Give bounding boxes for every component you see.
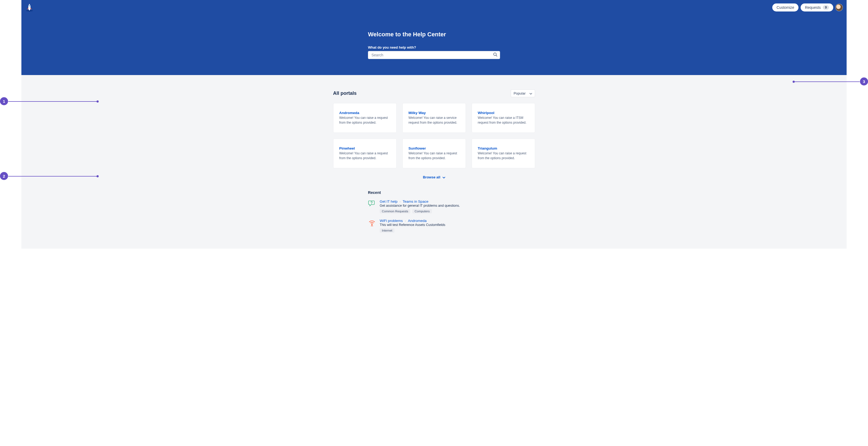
portal-desc: Welcome! You can raise a request from th… xyxy=(339,151,391,161)
recent-desc: Get assistance for general IT problems a… xyxy=(380,204,500,207)
recent-title-line: WiFi problems · Andromeda xyxy=(380,219,500,223)
recent-body: Get IT help · Teams in Space Get assista… xyxy=(380,200,500,213)
hero: Welcome to the Help Center What do you n… xyxy=(368,31,500,59)
annotation-callout-3: 3 xyxy=(860,77,868,85)
chevron-down-icon xyxy=(529,91,532,95)
svg-line-8 xyxy=(372,226,373,226)
browse-all-label: Browse all xyxy=(423,175,440,179)
chat-question-icon xyxy=(368,200,376,208)
search-label: What do you need help with? xyxy=(368,45,500,49)
browse-all-link[interactable]: Browse all xyxy=(333,175,535,179)
portal-desc: Welcome! You can raise a request from th… xyxy=(409,151,460,161)
portal-title: Whirlpool xyxy=(478,111,529,115)
recent-item[interactable]: WiFi problems · Andromeda This will test… xyxy=(368,219,500,233)
portals-grid: Andromeda Welcome! You can raise a reque… xyxy=(333,103,535,168)
portal-title: Milky Way xyxy=(409,111,460,115)
recent-tags: Common Requests Computers xyxy=(380,209,500,213)
recent-section: Recent Get IT help · Teams in Space xyxy=(368,191,500,233)
annotation-line-2 xyxy=(8,176,98,176)
recent-portal-link[interactable]: Andromeda xyxy=(408,219,427,223)
recent-body: WiFi problems · Andromeda This will test… xyxy=(380,219,500,233)
separator: · xyxy=(405,219,406,223)
recent-heading: Recent xyxy=(368,191,500,195)
avatar[interactable] xyxy=(835,4,843,11)
portal-title: Andromeda xyxy=(339,111,391,115)
page-title: Welcome to the Help Center xyxy=(368,31,500,38)
portal-desc: Welcome! You can raise a request from th… xyxy=(339,115,391,125)
svg-line-3 xyxy=(496,55,497,56)
recent-desc: This will test Reference Assets Customfi… xyxy=(380,223,500,227)
annotation-line-1 xyxy=(8,101,98,102)
svg-point-4 xyxy=(371,204,372,204)
requests-button[interactable]: Requests 9 xyxy=(801,3,833,11)
header-actions: Customize Requests 9 xyxy=(772,3,843,11)
portals-header: All portals Popular xyxy=(333,90,535,97)
svg-point-1 xyxy=(29,5,30,6)
recent-tag[interactable]: Common Requests xyxy=(380,209,410,213)
separator: · xyxy=(400,200,401,204)
header-banner: Customize Requests 9 Welcome to the Help… xyxy=(21,0,847,75)
portal-card-sunflower[interactable]: Sunflower Welcome! You can raise a reque… xyxy=(402,139,466,168)
recent-link[interactable]: WiFi problems xyxy=(380,219,403,223)
svg-line-7 xyxy=(371,226,372,226)
recent-link[interactable]: Get IT help xyxy=(380,200,398,204)
requests-label: Requests xyxy=(805,5,821,10)
requests-count-badge: 9 xyxy=(823,5,829,10)
portal-desc: Welcome! You can raise a service request… xyxy=(409,115,460,125)
annotation-callout-2: 2 xyxy=(0,172,8,180)
annotation-line-3 xyxy=(794,81,860,82)
search-input[interactable] xyxy=(368,51,500,59)
portal-card-pinwheel[interactable]: Pinwheel Welcome! You can raise a reques… xyxy=(333,139,397,168)
portal-desc: Welcome! You can raise a ITSM request fr… xyxy=(478,115,529,125)
portals-heading: All portals xyxy=(333,91,357,96)
recent-portal-link[interactable]: Teams in Space xyxy=(403,200,428,204)
wifi-icon xyxy=(368,219,376,227)
logo-icon xyxy=(25,3,34,12)
chevron-down-icon xyxy=(442,175,445,179)
app-container: Customize Requests 9 Welcome to the Help… xyxy=(21,0,847,249)
recent-tag[interactable]: Computers xyxy=(412,209,432,213)
header-top: Customize Requests 9 xyxy=(25,3,843,12)
recent-tags: Internet xyxy=(380,228,500,233)
portal-card-triangulum[interactable]: Triangulum Welcome! You can raise a requ… xyxy=(472,139,535,168)
customize-label: Customize xyxy=(777,5,794,10)
content: All portals Popular Andromeda Welcome! Y… xyxy=(333,75,535,249)
portal-card-milky-way[interactable]: Milky Way Welcome! You can raise a servi… xyxy=(402,103,466,133)
recent-title-line: Get IT help · Teams in Space xyxy=(380,200,500,204)
annotation-callout-1: 1 xyxy=(0,97,8,105)
recent-tag[interactable]: Internet xyxy=(380,228,395,233)
portal-desc: Welcome! You can raise a request from th… xyxy=(478,151,529,161)
recent-item[interactable]: Get IT help · Teams in Space Get assista… xyxy=(368,200,500,213)
svg-point-5 xyxy=(371,224,373,225)
portal-title: Sunflower xyxy=(409,146,460,150)
portal-card-whirlpool[interactable]: Whirlpool Welcome! You can raise a ITSM … xyxy=(472,103,535,133)
sort-label: Popular xyxy=(514,91,526,95)
search-icon[interactable] xyxy=(493,53,497,58)
search-wrap xyxy=(368,51,500,59)
portal-title: Pinwheel xyxy=(339,146,391,150)
portal-title: Triangulum xyxy=(478,146,529,150)
customize-button[interactable]: Customize xyxy=(772,3,799,11)
portal-card-andromeda[interactable]: Andromeda Welcome! You can raise a reque… xyxy=(333,103,397,133)
sort-dropdown[interactable]: Popular xyxy=(511,90,535,97)
